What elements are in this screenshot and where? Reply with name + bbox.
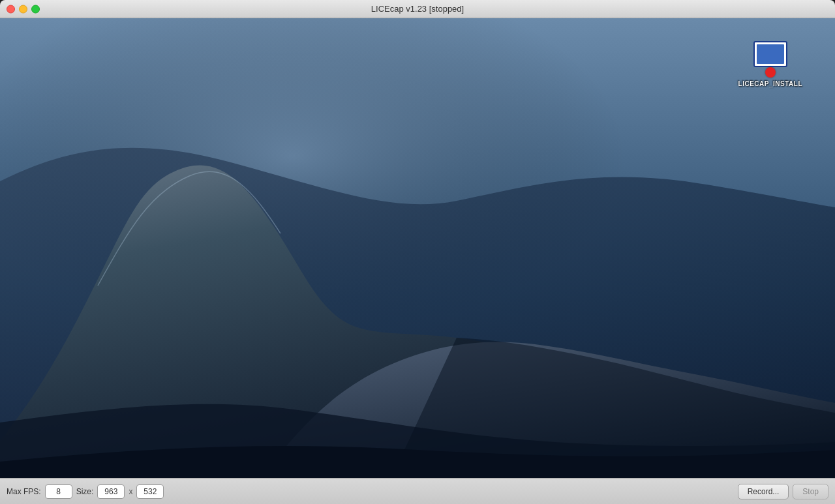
- close-button[interactable]: [7, 5, 15, 13]
- bottom-toolbar: Max FPS: Size: x Record... Stop: [0, 478, 835, 504]
- icon-graphic: [752, 41, 789, 78]
- size-width-input[interactable]: [97, 484, 125, 499]
- record-button[interactable]: Record...: [738, 484, 789, 499]
- size-label: Size:: [76, 487, 94, 496]
- fps-label: Max FPS:: [7, 487, 41, 496]
- stop-button: Stop: [793, 484, 828, 499]
- window-controls: [7, 5, 40, 13]
- maximize-button[interactable]: [31, 5, 40, 13]
- window-title: LICEcap v1.23 [stopped]: [371, 4, 464, 14]
- capture-area: LICECAP_INSTALL: [0, 18, 835, 478]
- icon-screen-display: [757, 44, 784, 64]
- minimize-button[interactable]: [19, 5, 27, 13]
- record-dot-icon: [765, 67, 776, 78]
- desktop-icon-licecap[interactable]: LICECAP_INSTALL: [738, 41, 802, 87]
- title-bar: LICEcap v1.23 [stopped]: [0, 0, 835, 18]
- dune-graphic: [0, 18, 835, 478]
- desktop-icon-label: LICECAP_INSTALL: [738, 80, 802, 87]
- size-height-input[interactable]: [136, 484, 164, 499]
- wallpaper: LICECAP_INSTALL: [0, 18, 835, 478]
- size-separator: x: [129, 487, 132, 496]
- fps-input[interactable]: [45, 484, 72, 499]
- icon-screen: [753, 41, 787, 67]
